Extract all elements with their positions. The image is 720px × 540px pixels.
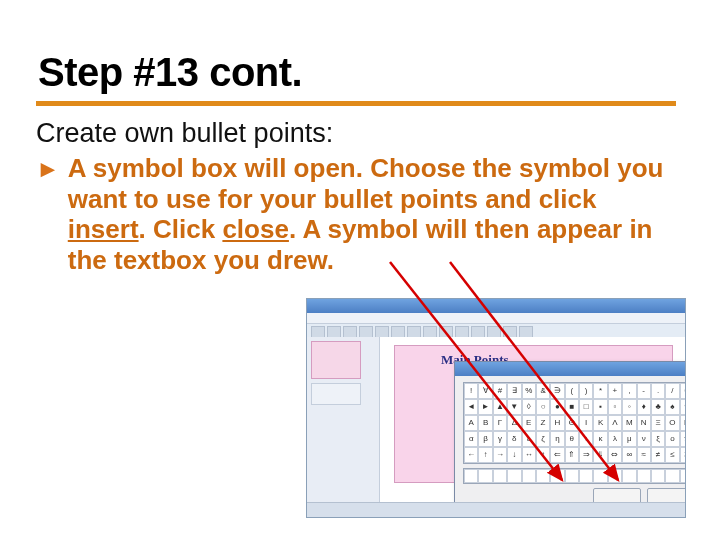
statusbar bbox=[307, 502, 685, 517]
slide: Step #13 cont. Create own bullet points:… bbox=[0, 0, 720, 276]
insert-word: insert bbox=[68, 214, 139, 244]
intro-text: Create own bullet points: bbox=[36, 118, 680, 149]
symbol-grid: !∀#∃%&∋()*+,-./0 ◄►▲▼◊○●■□▪▫◦♦♣♠♥ ΑΒΓΔΕΖ… bbox=[463, 382, 686, 464]
close-word: close bbox=[222, 214, 289, 244]
slide-panel bbox=[307, 337, 380, 503]
body-seg2: . Click bbox=[139, 214, 223, 244]
page-title: Step #13 cont. bbox=[38, 50, 680, 95]
workspace: Main Points !∀#∃%&∋()*+,-./0 ◄►▲▼◊○●■□▪▫… bbox=[307, 337, 685, 503]
embedded-screenshot: Main Points !∀#∃%&∋()*+,-./0 ◄►▲▼◊○●■□▪▫… bbox=[306, 298, 686, 518]
slide-thumbnail bbox=[311, 341, 361, 379]
window-titlebar bbox=[307, 299, 685, 313]
dialog-titlebar bbox=[455, 362, 686, 376]
menubar bbox=[307, 313, 685, 324]
title-underline bbox=[36, 101, 676, 106]
body-seg1: A symbol box will open. Choose the symbo… bbox=[68, 153, 664, 214]
bullet-marker: ► bbox=[36, 153, 60, 183]
bullet-row: ► A symbol box will open. Choose the sym… bbox=[36, 153, 680, 276]
body-text: A symbol box will open. Choose the symbo… bbox=[68, 153, 668, 276]
editor-canvas: Main Points !∀#∃%&∋()*+,-./0 ◄►▲▼◊○●■□▪▫… bbox=[380, 337, 685, 503]
recent-symbols bbox=[463, 468, 686, 484]
slide-thumbnail bbox=[311, 383, 361, 405]
symbol-dialog: !∀#∃%&∋()*+,-./0 ◄►▲▼◊○●■□▪▫◦♦♣♠♥ ΑΒΓΔΕΖ… bbox=[454, 361, 686, 513]
